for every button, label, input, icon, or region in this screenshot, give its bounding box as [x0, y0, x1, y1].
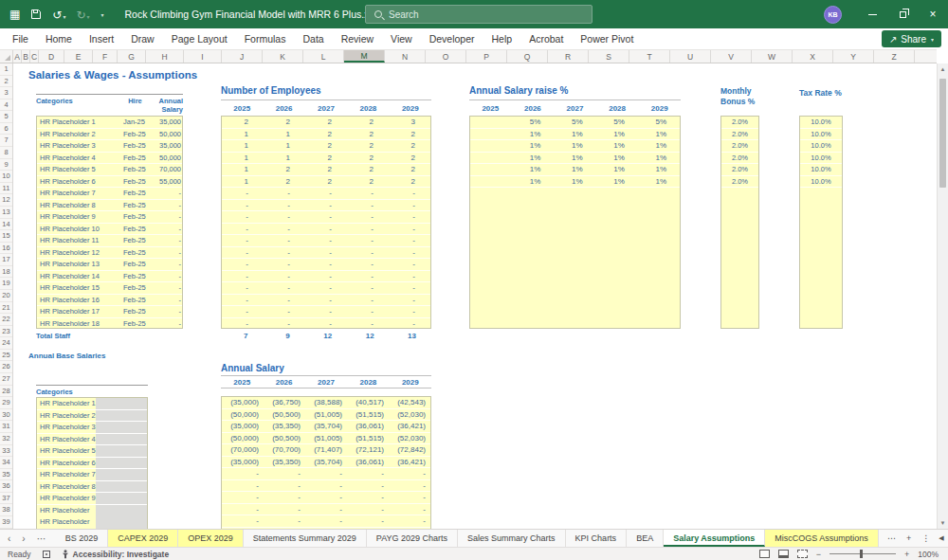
- cell[interactable]: (52,030): [389, 433, 430, 444]
- column-header[interactable]: O: [426, 50, 466, 63]
- cell[interactable]: -: [347, 295, 389, 306]
- scroll-down-icon[interactable]: ▼: [938, 517, 948, 529]
- row-header[interactable]: 21: [0, 302, 12, 315]
- cell[interactable]: 1%: [554, 176, 595, 188]
- cell[interactable]: -: [264, 259, 305, 270]
- table-row[interactable]: - - - - -: [222, 480, 430, 493]
- row-header[interactable]: 29: [0, 397, 12, 409]
- gray-cell[interactable]: [96, 493, 147, 505]
- cell[interactable]: (35,704): [305, 421, 347, 432]
- table-row[interactable]: - - - - -: [222, 247, 430, 260]
- table-row[interactable]: - - - - -: [222, 318, 430, 330]
- ribbon-tab[interactable]: Formulas: [236, 28, 295, 49]
- cell[interactable]: (35,704): [305, 457, 347, 468]
- category-cell[interactable]: HR Placeholder 1: [37, 117, 119, 128]
- cell[interactable]: -: [389, 468, 430, 479]
- table-row[interactable]: - - - - -: [222, 515, 430, 528]
- column-header[interactable]: Z: [874, 50, 915, 63]
- vertical-scrollbar[interactable]: ▲ ▼: [937, 63, 948, 529]
- cell[interactable]: -: [305, 211, 347, 223]
- cell[interactable]: -: [347, 515, 389, 527]
- cell[interactable]: (51,005): [305, 433, 347, 444]
- cell[interactable]: 1%: [638, 129, 680, 140]
- page-layout-view-icon[interactable]: [778, 550, 789, 558]
- cell[interactable]: -: [264, 235, 305, 246]
- table-row[interactable]: HR Placeholder 8 Feb-25 -: [37, 200, 182, 212]
- category-cell[interactable]: HR Placeholder 7: [37, 469, 96, 481]
- ribbon-tab[interactable]: Data: [294, 28, 332, 49]
- cell[interactable]: -: [264, 200, 305, 211]
- row-header[interactable]: 4: [0, 99, 12, 112]
- cell[interactable]: -: [264, 504, 305, 515]
- bonus-cell[interactable]: 2.0%: [721, 140, 758, 153]
- sheet-tab[interactable]: PAYG 2029 Charts: [367, 530, 458, 547]
- add-sheet-button[interactable]: +: [906, 533, 911, 543]
- cell[interactable]: [470, 117, 512, 128]
- row-header[interactable]: 15: [0, 230, 12, 243]
- hire-date-cell[interactable]: Feb-25: [119, 271, 153, 282]
- row-header[interactable]: 2: [0, 76, 12, 88]
- row-header[interactable]: 6: [0, 123, 12, 135]
- cell[interactable]: 2: [389, 164, 430, 175]
- category-cell[interactable]: HR Placeholder 12: [37, 247, 119, 259]
- tax-cell[interactable]: 10.0%: [800, 164, 842, 176]
- tax-cell[interactable]: 10.0%: [800, 140, 842, 153]
- cell[interactable]: -: [389, 247, 430, 259]
- cell[interactable]: -: [347, 318, 389, 330]
- column-header[interactable]: P: [466, 50, 507, 63]
- ribbon-tab[interactable]: Power Pivot: [572, 28, 642, 49]
- row-header[interactable]: 5: [0, 111, 12, 123]
- row-header[interactable]: 18: [0, 266, 12, 279]
- hire-date-cell[interactable]: Feb-25: [119, 224, 153, 235]
- row-header[interactable]: 26: [0, 361, 12, 373]
- category-cell[interactable]: HR Placeholder 14: [37, 271, 119, 282]
- ribbon-tab[interactable]: File: [4, 28, 37, 49]
- cell[interactable]: -: [389, 271, 430, 282]
- cell[interactable]: -: [305, 247, 347, 259]
- table-row[interactable]: HR Placeholder 2 Feb-25 50,000: [37, 129, 182, 141]
- cell[interactable]: 1%: [554, 164, 595, 175]
- column-header[interactable]: U: [670, 50, 711, 63]
- row-header[interactable]: 9: [0, 159, 12, 172]
- cell[interactable]: 1: [222, 176, 264, 188]
- accessibility-status[interactable]: Accessibility: Investigate: [62, 550, 170, 559]
- cell[interactable]: 1%: [638, 140, 680, 152]
- cell[interactable]: (36,061): [347, 421, 389, 432]
- hire-date-cell[interactable]: Feb-25: [119, 318, 153, 330]
- cell[interactable]: 1%: [596, 129, 638, 140]
- hire-date-cell[interactable]: Jan-25: [119, 117, 153, 128]
- hire-date-cell[interactable]: Feb-25: [119, 176, 153, 188]
- category-cell[interactable]: HR Placeholder 6: [37, 458, 96, 470]
- table-row[interactable]: - - - - -: [222, 295, 430, 307]
- cell[interactable]: -: [222, 480, 264, 492]
- tax-cell[interactable]: 10.0%: [800, 176, 842, 189]
- category-cell[interactable]: HR Placeholder 3: [37, 140, 119, 152]
- cell[interactable]: -: [347, 188, 389, 199]
- cell[interactable]: -: [222, 188, 264, 199]
- total-cell[interactable]: 12: [305, 332, 347, 342]
- cell[interactable]: 2: [264, 176, 305, 188]
- cell[interactable]: (71,407): [305, 444, 347, 456]
- row-header[interactable]: 23: [0, 326, 12, 338]
- cell[interactable]: [470, 129, 512, 140]
- cell[interactable]: 1: [222, 140, 264, 152]
- table-row[interactable]: - - - - -: [222, 271, 430, 283]
- cell[interactable]: (50,500): [264, 433, 305, 444]
- hire-date-cell[interactable]: Feb-25: [119, 235, 153, 246]
- cell[interactable]: 5%: [638, 117, 680, 128]
- hire-date-cell[interactable]: Feb-25: [119, 153, 153, 164]
- cell[interactable]: (35,350): [264, 457, 305, 468]
- table-row[interactable]: HR Placeholder 1 Jan-25 35,000: [37, 117, 182, 129]
- cell[interactable]: 1%: [596, 153, 638, 164]
- cell[interactable]: -: [264, 271, 305, 282]
- table-row[interactable]: HR Placeholder 11 Feb-25 -: [37, 235, 182, 247]
- zoom-slider[interactable]: [830, 553, 896, 554]
- cell[interactable]: -: [347, 211, 389, 223]
- cell[interactable]: -: [347, 504, 389, 515]
- cell[interactable]: 1: [264, 140, 305, 152]
- cell[interactable]: -: [389, 306, 430, 317]
- total-cell[interactable]: 12: [347, 332, 389, 342]
- cell[interactable]: 1: [222, 129, 264, 140]
- row-header[interactable]: 38: [0, 504, 12, 516]
- cell[interactable]: (40,517): [347, 397, 389, 408]
